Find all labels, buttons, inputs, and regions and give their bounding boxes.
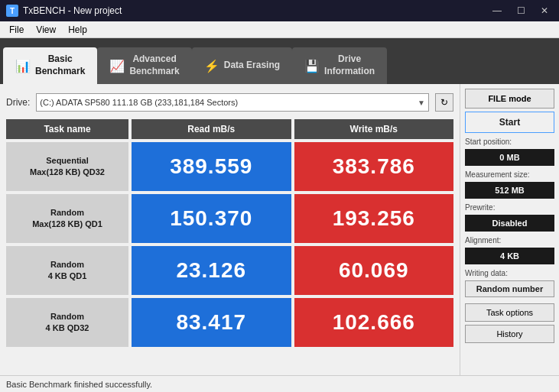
- alignment-value: 4 KB: [465, 248, 554, 264]
- status-bar: Basic Benchmark finished successfully.: [0, 375, 559, 392]
- close-button[interactable]: ✕: [536, 5, 553, 16]
- task-random-4k-qd32: Random4 KB QD32: [6, 298, 128, 347]
- tab-erasing-label: Data Erasing: [224, 60, 280, 72]
- menu-view[interactable]: View: [30, 23, 62, 37]
- advanced-benchmark-icon: 📈: [109, 59, 125, 73]
- table-row: SequentialMax(128 KB) QD32 389.559 383.7…: [6, 142, 453, 191]
- left-panel: Drive: (C:) ADATA SP580 111.18 GB (233,1…: [0, 84, 460, 375]
- drive-bar: Drive: (C:) ADATA SP580 111.18 GB (233,1…: [6, 90, 453, 115]
- title-bar: T TxBENCH - New project — ☐ ✕: [0, 0, 559, 21]
- start-position-value: 0 MB: [465, 149, 554, 166]
- tab-advanced-label: AdvancedBenchmark: [129, 53, 179, 77]
- write-random-4k-qd32: 102.666: [294, 298, 454, 347]
- table-header: Task name Read mB/s Write mB/s: [6, 119, 453, 139]
- task-options-button[interactable]: Task options: [465, 303, 554, 322]
- tab-basic-label: BasicBenchmark: [35, 53, 85, 77]
- menu-file[interactable]: File: [3, 23, 30, 37]
- write-random-4k-qd1: 60.069: [294, 246, 454, 295]
- start-position-label: Start position:: [465, 138, 554, 146]
- task-random-128-qd1: RandomMax(128 KB) QD1: [6, 194, 128, 243]
- measurement-size-value: 512 MB: [465, 182, 554, 199]
- tab-advanced[interactable]: 📈 AdvancedBenchmark: [97, 47, 191, 84]
- drive-info-icon: 💾: [304, 59, 320, 73]
- read-random-4k-qd1: 23.126: [132, 246, 291, 295]
- tab-basic[interactable]: 📊 BasicBenchmark: [3, 47, 97, 84]
- benchmark-table: Task name Read mB/s Write mB/s Sequentia…: [6, 119, 453, 369]
- task-sequential: SequentialMax(128 KB) QD32: [6, 142, 128, 191]
- writing-data-value: Random number: [465, 280, 554, 297]
- right-panel: FILE mode Start Start position: 0 MB Mea…: [460, 84, 559, 375]
- measurement-size-label: Measurement size:: [465, 170, 554, 179]
- data-erasing-icon: ⚡: [204, 59, 219, 73]
- app-icon: T: [6, 5, 18, 17]
- task-random-4k-qd1: Random4 KB QD1: [6, 246, 128, 295]
- read-sequential: 389.559: [132, 142, 291, 191]
- window-controls[interactable]: — ☐ ✕: [488, 5, 553, 16]
- refresh-icon: ↻: [440, 97, 448, 108]
- table-row: RandomMax(128 KB) QD1 150.370 193.256: [6, 194, 453, 243]
- minimize-button[interactable]: —: [488, 5, 506, 16]
- status-message: Basic Benchmark finished successfully.: [6, 380, 152, 389]
- file-mode-button[interactable]: FILE mode: [465, 89, 554, 109]
- drive-select[interactable]: (C:) ADATA SP580 111.18 GB (233,181,184 …: [36, 93, 429, 112]
- drive-select-value: (C:) ADATA SP580 111.18 GB (233,181,184 …: [40, 98, 238, 107]
- table-row: Random4 KB QD1 23.126 60.069: [6, 246, 453, 295]
- alignment-label: Alignment:: [465, 236, 554, 245]
- header-read: Read mB/s: [132, 119, 291, 139]
- tab-drive-info-label: DriveInformation: [324, 53, 375, 77]
- prewrite-label: Prewrite:: [465, 203, 554, 212]
- tab-erasing[interactable]: ⚡ Data Erasing: [192, 47, 292, 84]
- prewrite-value: Disabled: [465, 215, 554, 232]
- table-row: Random4 KB QD32 83.417 102.666: [6, 298, 453, 347]
- tab-bar: 📊 BasicBenchmark 📈 AdvancedBenchmark ⚡ D…: [0, 38, 559, 84]
- header-task: Task name: [6, 119, 128, 139]
- start-button[interactable]: Start: [465, 112, 554, 133]
- drive-label: Drive:: [6, 97, 30, 108]
- basic-benchmark-icon: 📊: [15, 59, 31, 73]
- write-sequential: 383.786: [294, 142, 454, 191]
- header-write: Write mB/s: [294, 119, 454, 139]
- menu-bar: File View Help: [0, 21, 559, 38]
- read-random-128-qd1: 150.370: [132, 194, 291, 243]
- main-area: Drive: (C:) ADATA SP580 111.18 GB (233,1…: [0, 84, 559, 375]
- tab-drive-info[interactable]: 💾 DriveInformation: [292, 47, 387, 84]
- window-title: TxBENCH - New project: [23, 5, 122, 16]
- maximize-button[interactable]: ☐: [512, 5, 530, 16]
- write-random-128-qd1: 193.256: [294, 194, 454, 243]
- history-button[interactable]: History: [465, 325, 554, 343]
- read-random-4k-qd32: 83.417: [132, 298, 291, 347]
- writing-data-label: Writing data:: [465, 269, 554, 277]
- menu-help[interactable]: Help: [62, 23, 93, 37]
- chevron-down-icon: ▼: [418, 99, 425, 107]
- drive-refresh-button[interactable]: ↻: [435, 93, 453, 112]
